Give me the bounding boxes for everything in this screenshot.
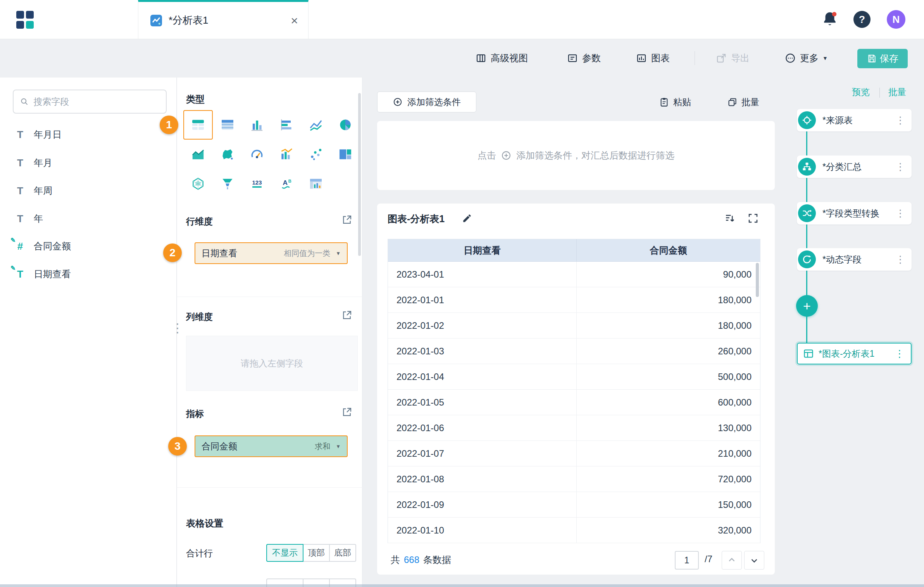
page-down-button[interactable]: [744, 551, 764, 570]
chart-type-text-icon[interactable]: AB: [272, 169, 301, 199]
table-row[interactable]: 2022-01-04500,000: [388, 364, 760, 390]
chart-button[interactable]: 图表: [636, 39, 670, 78]
more-label: 更多: [800, 52, 819, 64]
field-label: 日期查看: [34, 268, 71, 280]
page-number-input[interactable]: [675, 551, 699, 570]
field-item[interactable]: T 年月日: [13, 123, 168, 146]
metrics-expand-icon[interactable]: [341, 406, 353, 418]
total-row-option-bottom[interactable]: 底部: [329, 544, 356, 562]
kebab-menu-icon[interactable]: ⋮: [895, 348, 905, 360]
table-row[interactable]: 2022-01-07210,000: [388, 441, 760, 466]
kebab-menu-icon[interactable]: ⋮: [895, 114, 905, 126]
table-row[interactable]: 2022-01-05600,000: [388, 390, 760, 415]
field-label: 年: [34, 212, 43, 225]
field-item[interactable]: T 年月: [13, 151, 168, 174]
total-row-label: 合计行: [186, 547, 213, 559]
rename-pencil-icon[interactable]: [462, 213, 472, 223]
table-row[interactable]: 2022-01-10320,000: [388, 518, 760, 543]
chart-type-table-icon[interactable]: [183, 110, 213, 140]
fullscreen-icon[interactable]: [747, 212, 759, 224]
pipeline-node-chart-selected[interactable]: *图表-分析表1 ⋮: [797, 343, 912, 364]
chart-type-pie-icon[interactable]: [331, 110, 360, 140]
table-header-cell[interactable]: 合同金额: [576, 239, 760, 261]
svg-text:B: B: [288, 179, 291, 183]
kebab-menu-icon[interactable]: ⋮: [895, 161, 905, 173]
chart-type-line-icon[interactable]: [301, 110, 331, 140]
field-item[interactable]: T 年: [13, 207, 168, 230]
date-cell: 2022-01-04: [388, 364, 576, 389]
kebab-menu-icon[interactable]: ⋮: [895, 254, 905, 266]
chart-type-funnel-icon[interactable]: [213, 169, 242, 199]
batch-button[interactable]: 批量: [727, 92, 759, 112]
table-header-cell[interactable]: 日期查看: [388, 239, 576, 261]
table-row[interactable]: 2022-01-09150,000: [388, 492, 760, 518]
kebab-menu-icon[interactable]: ⋮: [895, 207, 905, 219]
chevron-down-icon[interactable]: ▼: [336, 444, 341, 449]
date-cell: 2022-01-03: [388, 338, 576, 364]
column-dimension-drop-area[interactable]: 请拖入左侧字段: [186, 336, 358, 391]
metric-chip[interactable]: 合同金额 求和 ▼: [195, 435, 348, 457]
apps-grid-icon[interactable]: [16, 11, 34, 29]
field-search[interactable]: [13, 90, 167, 114]
paste-button[interactable]: 粘贴: [659, 92, 691, 112]
more-button[interactable]: 更多 ▼: [784, 39, 828, 78]
svg-text:A: A: [283, 179, 288, 186]
preview-link[interactable]: 预览: [852, 86, 870, 98]
tab-analysis-sheet[interactable]: *分析表1 ×: [138, 0, 309, 39]
table-row[interactable]: 2022-01-01180,000: [388, 287, 760, 313]
export-button[interactable]: 导出: [715, 39, 750, 78]
chart-type-scatter-icon[interactable]: [301, 140, 331, 169]
help-icon[interactable]: ?: [853, 11, 871, 28]
table-row[interactable]: 2022-01-06130,000: [388, 415, 760, 441]
params-button[interactable]: 参数: [567, 39, 601, 78]
row-dimension-chip[interactable]: 日期查看 相同值为一类 ▼: [195, 242, 348, 264]
chart-type-horizontal-bar-icon[interactable]: [272, 110, 301, 140]
table-row[interactable]: 2022-01-03260,000: [388, 338, 760, 364]
pipeline-batch-link[interactable]: 批量: [888, 86, 906, 98]
panel-drag-handle[interactable]: ⋮: [171, 322, 184, 334]
chart-type-gauge-icon[interactable]: [242, 140, 272, 169]
advanced-view-button[interactable]: 高级视图: [475, 39, 528, 78]
field-item[interactable]: ✎T 日期查看: [13, 262, 168, 286]
chevron-down-icon[interactable]: ▼: [336, 250, 341, 256]
chart-type-combo-icon[interactable]: [272, 140, 301, 169]
total-row-option-top[interactable]: 顶部: [303, 544, 330, 562]
sort-icon[interactable]: [724, 212, 736, 224]
column-dimension-expand-icon[interactable]: [341, 309, 353, 321]
avatar[interactable]: N: [887, 10, 905, 29]
source-node-icon: [798, 111, 816, 129]
tab-close-icon[interactable]: ×: [291, 14, 298, 27]
drop-area-placeholder: 请拖入左侧字段: [241, 357, 303, 369]
add-filter-button[interactable]: 添加筛选条件: [377, 92, 476, 112]
export-label: 导出: [731, 52, 750, 64]
search-input[interactable]: [33, 97, 160, 107]
chart-type-pivot-icon[interactable]: [301, 169, 331, 199]
annotation-step-1: 1: [160, 116, 178, 134]
chart-type-map-icon[interactable]: [213, 140, 242, 169]
table-scrollbar[interactable]: [756, 263, 759, 297]
date-cell: 2023-04-01: [388, 262, 576, 287]
annotation-step-2: 2: [163, 243, 182, 262]
field-item[interactable]: ✎# 合同金额: [13, 235, 168, 258]
chart-type-area-icon[interactable]: [183, 140, 213, 169]
total-row-option-hide[interactable]: 不显示: [266, 544, 303, 562]
amount-cell: 180,000: [576, 287, 760, 312]
chart-type-number-icon[interactable]: 123: [242, 169, 272, 199]
notification-bell-icon[interactable]: [821, 10, 839, 28]
date-cell: 2022-01-08: [388, 466, 576, 492]
chart-type-treemap-icon[interactable]: [331, 140, 360, 169]
add-node-button[interactable]: +: [796, 295, 818, 317]
field-item[interactable]: T 年周: [13, 179, 168, 202]
chart-type-summary-table-icon[interactable]: [213, 110, 242, 140]
row-dimension-expand-icon[interactable]: [341, 214, 353, 226]
chevron-down-icon: ▼: [822, 55, 828, 61]
table-row[interactable]: 2022-01-08720,000: [388, 466, 760, 492]
chart-type-radar-icon[interactable]: [183, 169, 213, 199]
date-cell: 2022-01-09: [388, 492, 576, 517]
metrics-label: 指标: [186, 408, 204, 420]
page-up-button[interactable]: [722, 551, 742, 570]
table-row[interactable]: 2023-04-0190,000: [388, 262, 760, 287]
chart-type-bar-icon[interactable]: [242, 110, 272, 140]
save-button[interactable]: 保存: [857, 49, 908, 68]
table-row[interactable]: 2022-01-02180,000: [388, 313, 760, 338]
